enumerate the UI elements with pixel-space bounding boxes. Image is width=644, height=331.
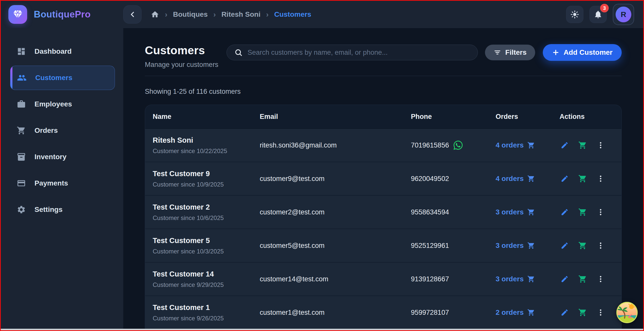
more-actions-button[interactable] bbox=[596, 140, 606, 150]
home-icon[interactable] bbox=[151, 10, 159, 19]
sidebar-item-label: Orders bbox=[34, 126, 58, 135]
brand-name: BoutiquePro bbox=[34, 9, 91, 20]
orders-link[interactable]: 3 orders bbox=[496, 242, 560, 250]
edit-customer-button[interactable] bbox=[560, 241, 570, 251]
orders-link[interactable]: 2 orders bbox=[496, 308, 560, 317]
edit-customer-button[interactable] bbox=[560, 307, 570, 318]
briefcase-icon bbox=[17, 100, 26, 109]
brand: BoutiquePro bbox=[8, 5, 123, 24]
chevron-right-icon bbox=[213, 11, 216, 18]
more-actions-button[interactable] bbox=[596, 207, 606, 217]
filters-label: Filters bbox=[505, 48, 527, 57]
cart-icon bbox=[527, 175, 535, 182]
more-actions-button[interactable] bbox=[596, 307, 606, 318]
sidebar-item-orders[interactable]: Orders bbox=[10, 118, 115, 143]
sidebar-item-employees[interactable]: Employees bbox=[10, 92, 115, 116]
window-bottom-edge bbox=[1, 329, 643, 330]
new-order-button[interactable] bbox=[577, 274, 588, 284]
whatsapp-icon[interactable] bbox=[454, 141, 463, 150]
customer-phone: 9139128667 bbox=[411, 275, 449, 283]
customers-people-icon bbox=[17, 73, 27, 83]
sidebar-item-label: Settings bbox=[34, 206, 62, 214]
chevron-right-icon bbox=[266, 11, 269, 18]
edit-customer-button[interactable] bbox=[560, 207, 570, 217]
sidebar-item-settings[interactable]: Settings bbox=[10, 197, 115, 222]
customer-name: Test Customer 2 bbox=[153, 203, 260, 211]
orders-link[interactable]: 3 orders bbox=[496, 275, 560, 283]
sidebar-item-label: Payments bbox=[34, 179, 68, 187]
column-header-name: Name bbox=[145, 113, 260, 121]
search-icon bbox=[234, 48, 242, 57]
search-input[interactable] bbox=[248, 49, 470, 57]
page-header: Customers Manage your customers Filters bbox=[145, 44, 622, 69]
filters-button[interactable]: Filters bbox=[485, 45, 535, 60]
customers-table: Name Email Phone Orders Actions Ritesh S… bbox=[145, 105, 622, 329]
new-order-button[interactable] bbox=[577, 173, 588, 184]
orders-count: 4 orders bbox=[496, 141, 524, 149]
table-row: Test Customer 1 Customer since 9/26/2025… bbox=[145, 296, 621, 329]
sidebar-item-payments[interactable]: Payments bbox=[10, 171, 115, 195]
notifications-button[interactable]: 3 bbox=[589, 6, 607, 23]
sidebar: Dashboard Customers Employees Orders Inv bbox=[1, 28, 123, 330]
avatar: R bbox=[616, 7, 631, 22]
customer-since: Customer since 10/3/2025 bbox=[153, 248, 260, 255]
customer-name: Ritesh Soni bbox=[153, 136, 260, 144]
customer-search bbox=[227, 45, 478, 60]
more-actions-button[interactable] bbox=[596, 241, 606, 251]
brand-logo bbox=[8, 5, 27, 24]
add-customer-button[interactable]: Add Customer bbox=[543, 44, 622, 61]
customer-phone: 7019615856 bbox=[411, 141, 449, 149]
cart-icon bbox=[527, 242, 535, 249]
credit-card-icon bbox=[17, 179, 26, 188]
sidebar-item-inventory[interactable]: Inventory bbox=[10, 145, 115, 169]
topbar: BoutiquePro Boutiques Ritesh Soni Custom… bbox=[1, 1, 643, 28]
new-order-button[interactable] bbox=[577, 140, 588, 151]
sun-icon bbox=[570, 10, 579, 19]
orders-link[interactable]: 3 orders bbox=[496, 208, 560, 216]
breadcrumb-boutiques[interactable]: Boutiques bbox=[173, 10, 208, 19]
table-row: Test Customer 9 Customer since 10/9/2025… bbox=[145, 162, 621, 196]
more-actions-button[interactable] bbox=[596, 274, 606, 284]
page-title: Customers bbox=[145, 44, 227, 57]
orders-link[interactable]: 4 orders bbox=[496, 141, 560, 149]
cart-icon bbox=[527, 141, 535, 149]
header-divider bbox=[145, 76, 622, 76]
orders-link[interactable]: 4 orders bbox=[496, 175, 560, 183]
edit-customer-button[interactable] bbox=[560, 140, 570, 150]
chevron-right-icon bbox=[165, 11, 167, 18]
edit-customer-button[interactable] bbox=[560, 274, 570, 284]
more-actions-button[interactable] bbox=[596, 174, 606, 184]
breadcrumb-customers: Customers bbox=[274, 10, 311, 19]
customer-email: customer14@test.com bbox=[260, 275, 411, 283]
customer-since: Customer since 10/9/2025 bbox=[153, 181, 260, 188]
results-count: Showing 1-25 of 116 customers bbox=[145, 88, 622, 96]
new-order-button[interactable] bbox=[577, 240, 588, 251]
sidebar-item-customers[interactable]: Customers bbox=[10, 66, 115, 90]
customer-email: customer1@test.com bbox=[260, 309, 411, 317]
table-header-row: Name Email Phone Orders Actions bbox=[145, 105, 621, 129]
cart-icon bbox=[17, 126, 26, 135]
notification-badge: 3 bbox=[600, 4, 609, 12]
topbar-actions: 3 R bbox=[566, 4, 634, 25]
theme-toggle-button[interactable] bbox=[566, 6, 583, 23]
island-sticker-button[interactable] bbox=[616, 301, 638, 324]
cart-icon bbox=[527, 208, 535, 216]
breadcrumb-ritesh-soni[interactable]: Ritesh Soni bbox=[221, 10, 260, 19]
table-row: Test Customer 2 Customer since 10/6/2025… bbox=[145, 196, 621, 229]
inventory-box-icon bbox=[17, 152, 26, 161]
customer-name: Test Customer 14 bbox=[153, 270, 260, 278]
sidebar-item-dashboard[interactable]: Dashboard bbox=[10, 39, 115, 64]
customer-email: customer5@test.com bbox=[260, 242, 411, 250]
new-order-button[interactable] bbox=[577, 307, 588, 318]
user-menu-button[interactable]: R bbox=[613, 4, 634, 25]
new-order-button[interactable] bbox=[577, 207, 588, 217]
customer-name: Test Customer 5 bbox=[153, 236, 260, 245]
edit-customer-button[interactable] bbox=[560, 174, 570, 184]
column-header-phone: Phone bbox=[411, 113, 496, 121]
back-button[interactable] bbox=[123, 5, 142, 24]
customer-phone: 9620049502 bbox=[411, 175, 449, 183]
diamond-icon bbox=[12, 9, 23, 20]
gear-icon bbox=[17, 205, 26, 214]
sidebar-item-label: Inventory bbox=[34, 153, 66, 161]
orders-count: 4 orders bbox=[496, 175, 524, 183]
